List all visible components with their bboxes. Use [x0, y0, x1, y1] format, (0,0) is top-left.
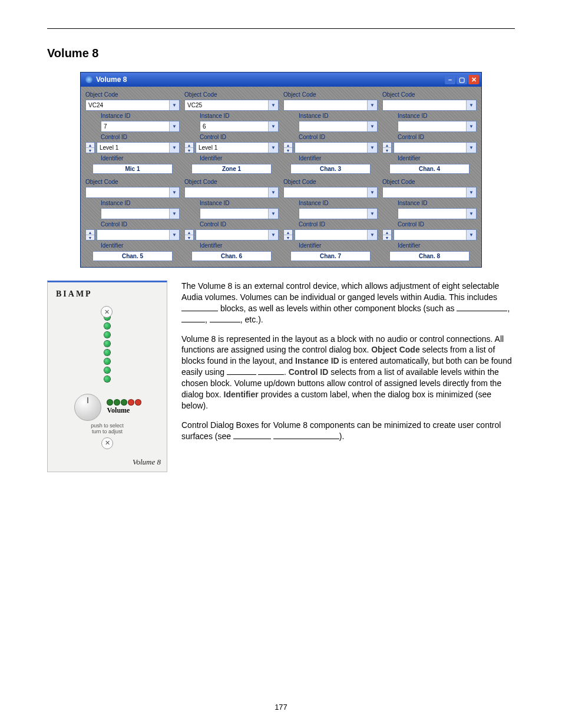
control-id-combo[interactable]: ▼ [196, 229, 279, 241]
minimize-button[interactable]: – [445, 75, 455, 84]
meter-dot [107, 400, 113, 405]
object-code-combo[interactable]: ▼ [382, 187, 477, 198]
link-blank[interactable] [273, 439, 339, 439]
combo-value: 6 [203, 123, 206, 130]
control-id-combo[interactable]: ▼ [97, 229, 180, 241]
instance-id-combo[interactable]: 6▼ [200, 121, 279, 132]
instance-id-combo[interactable]: ▼ [299, 208, 378, 219]
chevron-down-icon: ▼ [268, 100, 278, 110]
control-id-combo[interactable]: ▼ [394, 142, 477, 153]
instance-id-combo[interactable]: ▼ [101, 208, 180, 219]
chevron-down-icon: ▼ [466, 100, 476, 110]
chevron-down-icon: ▼ [466, 143, 476, 153]
object-code-combo[interactable]: ▼ [184, 187, 279, 198]
identifier-field[interactable]: Mic 1 [92, 164, 173, 174]
close-button[interactable]: ✕ [468, 75, 479, 84]
control-id-combo[interactable]: ▼ [394, 229, 477, 241]
control-id-label: Control ID [200, 134, 279, 140]
volume-knob [74, 394, 101, 421]
instance-id-combo[interactable]: ▼ [398, 208, 477, 219]
control-id-combo[interactable]: Level 1▼ [196, 142, 279, 153]
app-icon [85, 76, 92, 83]
object-code-combo[interactable]: ▼ [382, 100, 477, 111]
level-spinner[interactable]: ▲▼ [184, 142, 194, 153]
identifier-field[interactable]: Chan. 6 [191, 251, 272, 261]
level-spinner[interactable]: ▲▼ [184, 229, 194, 241]
control-id-combo[interactable]: ▼ [295, 229, 378, 241]
level-spinner[interactable]: ▲▼ [283, 229, 293, 241]
channel-cell: Object Code VC24▼ Instance ID 7▼ Control… [85, 91, 180, 174]
spinner-down-icon: ▼ [86, 147, 94, 153]
identifier-label: Identifier [299, 242, 378, 249]
control-id-combo[interactable]: ▼ [295, 142, 378, 153]
identifier-label: Identifier [101, 155, 180, 162]
control-id-combo[interactable]: Level 1▼ [97, 142, 180, 153]
identifier-field[interactable]: Zone 1 [191, 164, 272, 174]
level-spinner[interactable]: ▲▼ [85, 142, 95, 153]
level-spinner[interactable]: ▲▼ [283, 142, 293, 153]
identifier-field[interactable]: Chan. 7 [290, 251, 371, 261]
chevron-down-icon: ▼ [367, 121, 377, 131]
identifier-field[interactable]: Chan. 8 [389, 251, 470, 261]
object-code-label: Object Code [283, 91, 378, 98]
spinner-up-icon: ▲ [284, 230, 292, 235]
link-blank[interactable] [210, 322, 240, 322]
instance-id-combo[interactable]: ▼ [398, 121, 477, 132]
link-blank[interactable] [181, 311, 218, 311]
level-spinner[interactable]: ▲▼ [382, 142, 392, 153]
text: , [507, 304, 510, 313]
paragraph-3: Control Dialog Boxes for Volume 8 compon… [181, 420, 515, 442]
instance-id-combo[interactable]: 7▼ [101, 121, 180, 132]
spinner-up-icon: ▲ [86, 143, 94, 147]
object-code-combo[interactable]: ▼ [85, 187, 180, 198]
object-code-combo[interactable]: ▼ [283, 187, 378, 198]
meter-dot [114, 400, 120, 405]
channel-cell: Object Code VC25▼ Instance ID 6▼ Control… [184, 91, 279, 174]
instance-id-combo[interactable]: ▼ [299, 121, 378, 132]
link-blank[interactable] [258, 374, 284, 375]
led [104, 358, 110, 364]
level-spinner[interactable]: ▲▼ [85, 229, 95, 241]
spinner-down-icon: ▼ [383, 235, 391, 240]
dialog-body: Object Code VC24▼ Instance ID 7▼ Control… [81, 87, 481, 267]
spinner-down-icon: ▼ [383, 147, 391, 153]
body-text: The Volume 8 is an external control devi… [181, 281, 515, 450]
window-title: Volume 8 [96, 75, 127, 84]
link-blank[interactable] [181, 322, 205, 322]
brand-label: BIAMP [56, 289, 92, 299]
text: blocks, as well as levels within other c… [220, 304, 457, 313]
instance-id-combo[interactable]: ▼ [200, 208, 279, 219]
text: , etc.). [240, 315, 263, 324]
channel-cell: Object Code ▼ Instance ID ▼ Control ID ▲… [184, 179, 279, 261]
instance-id-label: Instance ID [299, 200, 378, 206]
volume8-dialog: Volume 8 – ▢ ✕ Object Code VC24▼ Instanc… [80, 72, 482, 268]
chevron-down-icon: ▼ [169, 143, 179, 153]
instance-id-label: Instance ID [398, 200, 477, 206]
instance-id-label: Instance ID [398, 113, 477, 119]
led [104, 367, 110, 373]
combo-value: VC24 [88, 102, 103, 108]
chevron-down-icon: ▼ [466, 230, 476, 240]
identifier-field[interactable]: Chan. 5 [92, 251, 173, 261]
link-blank[interactable] [457, 311, 507, 311]
model-label: Volume 8 [133, 457, 161, 467]
link-blank[interactable] [233, 439, 271, 439]
identifier-field[interactable]: Chan. 4 [389, 164, 470, 174]
identifier-field[interactable]: Chan. 3 [290, 164, 371, 174]
chevron-down-icon: ▼ [268, 143, 278, 153]
instance-id-label: Instance ID [200, 200, 279, 206]
identifier-label: Identifier [299, 155, 378, 162]
link-blank[interactable] [227, 374, 256, 375]
object-code-combo[interactable]: VC25▼ [184, 100, 279, 111]
spinner-down-icon: ▼ [284, 235, 292, 240]
control-id-label: Control ID [200, 221, 279, 228]
spinner-down-icon: ▼ [185, 235, 193, 240]
titlebar: Volume 8 – ▢ ✕ [81, 73, 481, 87]
key-control-id: Control ID [289, 367, 329, 377]
level-spinner[interactable]: ▲▼ [382, 229, 392, 241]
spinner-down-icon: ▼ [86, 235, 94, 240]
maximize-button[interactable]: ▢ [457, 75, 467, 84]
object-code-combo[interactable]: ▼ [283, 100, 378, 111]
object-code-combo[interactable]: VC24▼ [85, 100, 180, 111]
chevron-down-icon: ▼ [367, 143, 377, 153]
